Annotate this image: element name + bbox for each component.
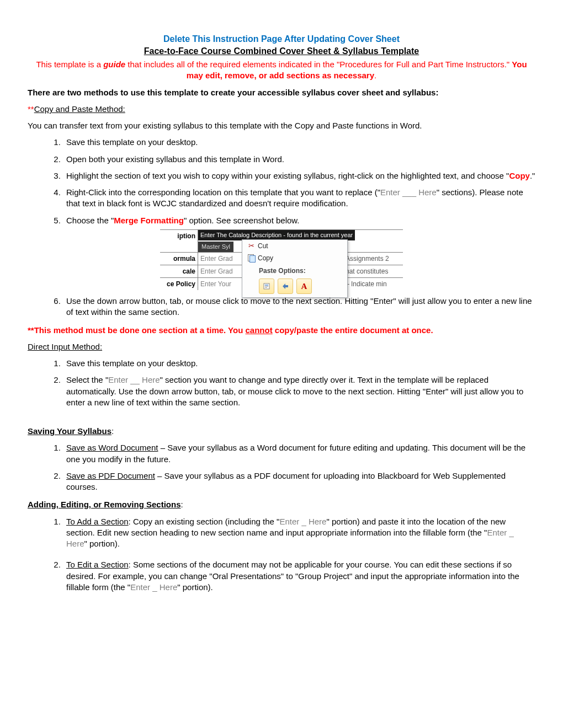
illus-right: Assignments 2 bbox=[343, 253, 403, 265]
method2-heading: Direct Input Method: bbox=[28, 341, 535, 352]
method1-stars: ** bbox=[28, 104, 34, 114]
warning-post: copy/paste the entire document at once. bbox=[273, 325, 433, 335]
list-item: Choose the "Merge Formatting" option. Se… bbox=[63, 215, 535, 291]
add-placeholder1: Enter _ Here bbox=[279, 517, 326, 526]
copy-icon bbox=[248, 254, 255, 261]
save-pdf-label: Save as PDF Document bbox=[66, 471, 155, 480]
method1-desc: You can transfer text from your existing… bbox=[28, 120, 535, 131]
editing-title: Adding, Editing, or Removing Sections bbox=[28, 500, 181, 509]
method2-list: Save this template on your desktop. Sele… bbox=[50, 358, 535, 408]
save-word-label: Save as Word Document bbox=[66, 443, 158, 452]
screenshot-illustration: iption Enter The Catalog Description - f… bbox=[160, 229, 403, 290]
paste-options-header: Paste Options: bbox=[242, 264, 347, 276]
guide-mid-text: that includes all of the required elemen… bbox=[125, 60, 512, 69]
method1-heading: **Copy and Paste Method: bbox=[28, 104, 535, 115]
ctx-cut-label: Cut bbox=[258, 242, 268, 250]
warning-pre: **This method must be done one section a… bbox=[28, 325, 246, 335]
edit-post: " portion). bbox=[177, 582, 213, 592]
li4-pre: Right-Click into the corresponding locat… bbox=[66, 188, 380, 197]
ctx-copy-label: Copy bbox=[258, 254, 273, 263]
ctx-cut-item[interactable]: ✂ Cut bbox=[242, 240, 347, 252]
context-menu: ✂ Cut Copy Paste Options: A bbox=[242, 239, 348, 298]
list-item: Highlight the section of text you wish t… bbox=[63, 170, 535, 181]
paste-options-row: A bbox=[242, 276, 347, 297]
editing-colon: : bbox=[181, 500, 183, 509]
li3-pre: Highlight the section of text you wish t… bbox=[66, 171, 509, 180]
edit-placeholder: Enter _ Here bbox=[130, 582, 177, 592]
li3-copy: Copy bbox=[509, 171, 530, 180]
list-item: Right-Click into the corresponding locat… bbox=[63, 187, 535, 210]
add-section-label: To Add a Section bbox=[66, 517, 129, 526]
li5-pre: Choose the " bbox=[66, 216, 114, 225]
paste-keep-source-icon[interactable] bbox=[259, 279, 274, 294]
illus-master-text: Master Syl bbox=[198, 242, 233, 252]
list-item: To Add a Section: Copy an existing secti… bbox=[63, 516, 535, 550]
li5-merge: Merge Formatting bbox=[114, 216, 184, 225]
list-item: Save this template on your desktop. bbox=[63, 137, 535, 148]
svg-rect-3 bbox=[265, 287, 267, 288]
method1-list: Save this template on your desktop. Open… bbox=[50, 137, 535, 318]
guide-word: guide bbox=[103, 60, 125, 69]
illus-label: iption bbox=[160, 230, 198, 252]
paste-merge-formatting-icon[interactable] bbox=[278, 279, 293, 294]
method2-title: Direct Input Method: bbox=[28, 342, 102, 351]
method1-title: Copy and Paste Method: bbox=[34, 104, 125, 114]
list-item: Save as PDF Document – Save your syllabu… bbox=[63, 470, 535, 493]
warning-cannot: cannot bbox=[246, 325, 273, 335]
page-title: Face-to-Face Course Combined Cover Sheet… bbox=[28, 45, 535, 57]
add-post: " portion). bbox=[84, 539, 120, 548]
edit-section-label: To Edit a Section bbox=[66, 560, 129, 569]
saving-colon: : bbox=[111, 426, 114, 436]
illus-right: – Indicate min bbox=[343, 278, 403, 290]
li5-post: " option. See screenshot below. bbox=[184, 216, 300, 225]
illus-right: hat constitutes bbox=[343, 265, 403, 277]
editing-heading: Adding, Editing, or Removing Sections: bbox=[28, 499, 535, 510]
list-item: Open both your existing syllabus and thi… bbox=[63, 154, 535, 165]
ctx-copy-item[interactable]: Copy bbox=[242, 252, 347, 264]
delete-instruction-notice: Delete This Instruction Page After Updat… bbox=[28, 33, 535, 45]
li3-post: ." bbox=[530, 171, 535, 180]
list-item: Save this template on your desktop. bbox=[63, 358, 535, 369]
add-pre: : Copy an existing section (including th… bbox=[129, 517, 280, 526]
illus-label: cale bbox=[160, 265, 198, 277]
two-methods-intro: There are two methods to use this templa… bbox=[28, 87, 535, 98]
guide-period: . bbox=[374, 71, 376, 80]
list-item: To Edit a Section: Some sections of the … bbox=[63, 559, 535, 593]
editing-list: To Add a Section: Copy an existing secti… bbox=[50, 516, 535, 593]
illus-label: ce Policy bbox=[160, 278, 198, 290]
saving-list: Save as Word Document – Save your syllab… bbox=[50, 442, 535, 493]
list-item: Select the "Enter __ Here" section you w… bbox=[63, 374, 535, 408]
saving-title: Saving Your Syllabus bbox=[28, 426, 111, 436]
paste-text-only-icon[interactable]: A bbox=[296, 279, 312, 294]
list-item: Save as Word Document – Save your syllab… bbox=[63, 442, 535, 465]
svg-rect-2 bbox=[265, 286, 268, 287]
svg-rect-1 bbox=[265, 285, 268, 286]
m2-i2-placeholder: Enter __ Here bbox=[108, 375, 160, 384]
m2-i2-pre: Select the " bbox=[66, 375, 108, 384]
li4-placeholder: Enter ___ Here bbox=[380, 188, 437, 197]
scissors-icon: ✂ bbox=[248, 241, 254, 251]
guide-pre-text: This template is a bbox=[36, 60, 103, 69]
saving-heading: Saving Your Syllabus: bbox=[28, 426, 535, 437]
guide-paragraph: This template is a guide that includes a… bbox=[28, 59, 535, 82]
illus-label: ormula bbox=[160, 253, 198, 265]
method1-warning: **This method must be done one section a… bbox=[28, 325, 535, 336]
list-item: Use the down arrow button, tab, or mouse… bbox=[63, 296, 535, 318]
